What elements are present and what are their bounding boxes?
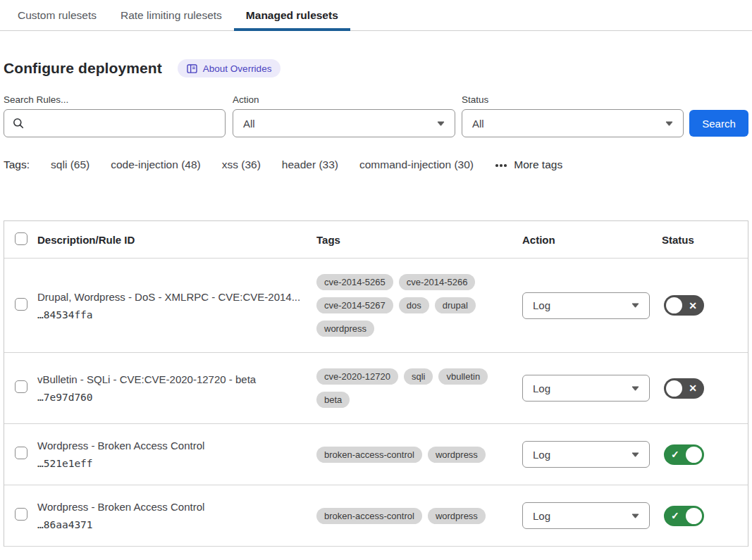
chevron-down-icon bbox=[437, 121, 445, 126]
table-header-row: Description/Rule ID Tags Action Status bbox=[4, 221, 748, 258]
search-button[interactable]: Search bbox=[689, 110, 748, 137]
tag-pill: cve-2014-5266 bbox=[399, 274, 476, 290]
tag-filter-header[interactable]: header (33) bbox=[282, 158, 338, 171]
action-filter-label: Action bbox=[233, 94, 455, 105]
tag-pill: broken-access-control bbox=[316, 508, 422, 524]
action-filter-value: All bbox=[243, 118, 255, 130]
rule-id: …7e97d760 bbox=[37, 392, 316, 403]
ruleset-tab-bar: Custom rulesets Rate limiting rulesets M… bbox=[0, 0, 752, 31]
rule-description: Drupal, Wordpress - DoS - XMLRPC - CVE:C… bbox=[37, 291, 316, 303]
action-filter-field: Action All bbox=[233, 94, 455, 137]
row-action-value: Log bbox=[533, 382, 550, 394]
managed-rulesets-panel: Configure deployment About Overrides Sea… bbox=[0, 59, 752, 547]
row-checkbox[interactable] bbox=[15, 380, 27, 393]
chevron-down-icon bbox=[631, 303, 639, 308]
rule-row: Wordpress - Broken Access Control …86aa4… bbox=[4, 485, 748, 547]
tag-pill: cve-2014-5265 bbox=[316, 274, 393, 290]
about-overrides-link[interactable]: About Overrides bbox=[178, 59, 281, 77]
status-toggle[interactable]: ✓ ✕ bbox=[664, 378, 704, 399]
chevron-down-icon bbox=[631, 452, 639, 457]
row-action-value: Log bbox=[533, 449, 550, 461]
x-icon: ✕ bbox=[689, 382, 697, 394]
row-action-select[interactable]: Log bbox=[522, 375, 650, 402]
column-header-action: Action bbox=[522, 234, 662, 246]
more-tags-label: More tags bbox=[514, 158, 562, 171]
rule-description: Wordpress - Broken Access Control bbox=[37, 440, 316, 452]
status-filter-value: All bbox=[472, 118, 484, 130]
action-filter-select[interactable]: All bbox=[233, 109, 455, 137]
tag-pill: sqli bbox=[404, 368, 433, 385]
book-icon bbox=[187, 64, 197, 73]
column-header-description: Description/Rule ID bbox=[37, 234, 316, 246]
tag-pill: wordpress bbox=[428, 508, 486, 524]
select-all-checkbox[interactable] bbox=[15, 232, 27, 245]
tag-pill: vbulletin bbox=[438, 368, 488, 385]
toggle-knob bbox=[666, 297, 682, 313]
search-icon bbox=[13, 118, 24, 129]
row-action-select[interactable]: Log bbox=[522, 292, 650, 319]
status-filter-label: Status bbox=[462, 94, 684, 105]
tag-pill: wordpress bbox=[428, 447, 486, 463]
chevron-down-icon bbox=[665, 121, 673, 126]
tag-pill: beta bbox=[316, 392, 350, 408]
more-tags-button[interactable]: More tags bbox=[495, 158, 562, 171]
column-header-tags: Tags bbox=[316, 234, 522, 246]
tag-filter-command-injection[interactable]: command-injection (30) bbox=[359, 158, 474, 171]
status-filter-select[interactable]: All bbox=[462, 109, 684, 137]
check-icon: ✓ bbox=[671, 510, 679, 521]
tag-pill: cve-2014-5267 bbox=[316, 297, 393, 313]
chevron-down-icon bbox=[631, 386, 639, 391]
rule-id: …521e1eff bbox=[37, 458, 316, 469]
search-input[interactable] bbox=[30, 118, 216, 130]
chevron-down-icon bbox=[631, 514, 639, 518]
page-title: Configure deployment bbox=[4, 60, 162, 77]
tag-pill: drupal bbox=[435, 297, 476, 313]
row-action-select[interactable]: Log bbox=[522, 441, 650, 468]
tab-managed-rulesets[interactable]: Managed rulesets bbox=[234, 0, 350, 30]
tag-pill: broken-access-control bbox=[316, 447, 422, 463]
tags-bar: Tags: sqli (65) code-injection (48) xss … bbox=[4, 158, 748, 171]
tags-bar-label: Tags: bbox=[4, 158, 30, 171]
search-rules-label: Search Rules... bbox=[4, 94, 226, 105]
row-action-value: Log bbox=[533, 299, 550, 311]
about-overrides-label: About Overrides bbox=[203, 63, 272, 74]
status-filter-field: Status All bbox=[462, 94, 684, 137]
tab-custom-rulesets[interactable]: Custom rulesets bbox=[6, 0, 109, 30]
status-toggle[interactable]: ✓ ✕ bbox=[664, 444, 704, 465]
column-header-status: Status bbox=[662, 234, 748, 246]
rule-id: …86aa4371 bbox=[37, 519, 316, 530]
rules-table: Description/Rule ID Tags Action Status D… bbox=[4, 220, 748, 547]
tab-rate-limiting-rulesets[interactable]: Rate limiting rulesets bbox=[109, 0, 234, 30]
x-icon: ✕ bbox=[689, 299, 697, 311]
row-checkbox[interactable] bbox=[15, 508, 27, 521]
status-toggle[interactable]: ✓ ✕ bbox=[664, 295, 704, 316]
rule-row: Drupal, Wordpress - DoS - XMLRPC - CVE:C… bbox=[4, 258, 748, 352]
tag-filter-xss[interactable]: xss (36) bbox=[222, 158, 261, 171]
check-icon: ✓ bbox=[671, 449, 679, 460]
row-action-select[interactable]: Log bbox=[522, 502, 650, 529]
rule-row: Wordpress - Broken Access Control …521e1… bbox=[4, 423, 748, 485]
tag-filter-code-injection[interactable]: code-injection (48) bbox=[111, 158, 201, 171]
tag-filter-sqli[interactable]: sqli (65) bbox=[51, 158, 90, 171]
ellipsis-icon bbox=[495, 158, 507, 171]
rule-description: vBulletin - SQLi - CVE:CVE-2020-12720 - … bbox=[37, 373, 316, 385]
toggle-knob bbox=[686, 508, 702, 524]
rule-description: Wordpress - Broken Access Control bbox=[37, 501, 316, 513]
row-action-value: Log bbox=[533, 510, 550, 522]
toggle-knob bbox=[666, 380, 682, 397]
toggle-knob bbox=[686, 447, 702, 463]
row-checkbox[interactable] bbox=[15, 447, 27, 459]
tag-pill: dos bbox=[399, 297, 429, 313]
rule-row: vBulletin - SQLi - CVE:CVE-2020-12720 - … bbox=[4, 352, 748, 423]
rule-id: …84534ffa bbox=[37, 309, 316, 321]
search-rules-field: Search Rules... bbox=[4, 94, 226, 137]
tag-pill: wordpress bbox=[316, 321, 374, 337]
status-toggle[interactable]: ✓ ✕ bbox=[664, 506, 704, 526]
tag-pill: cve-2020-12720 bbox=[316, 368, 398, 385]
row-checkbox[interactable] bbox=[15, 298, 27, 311]
